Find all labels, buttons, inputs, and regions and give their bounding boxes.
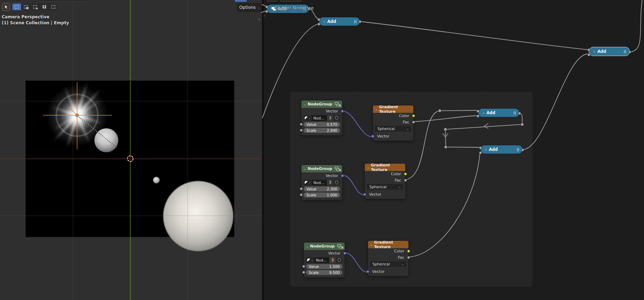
input-socket[interactable] xyxy=(265,5,268,8)
node-gradient-texture-1[interactable]: ⌄ Gradient Texture Color Fac Spherical ⌄… xyxy=(373,105,414,141)
collapse-chevron-icon[interactable]: ⌄ xyxy=(304,167,306,171)
cursor-3d xyxy=(127,156,133,161)
color-output-label: Color xyxy=(394,249,404,254)
node-add-mid-a[interactable]: › Add xyxy=(478,108,520,117)
viewport-3d[interactable]: Camera Perspective (1) Scene Collection … xyxy=(0,0,262,300)
collapse-chevron-icon[interactable]: ⌄ xyxy=(367,166,370,169)
fake-user-button[interactable] xyxy=(333,180,340,185)
input-socket[interactable] xyxy=(479,146,482,149)
value-input-socket[interactable] xyxy=(302,265,305,268)
select-mode-subtract-button[interactable] xyxy=(31,4,40,10)
options-button[interactable]: Options ⌄ xyxy=(237,3,262,12)
fake-user-button[interactable] xyxy=(333,115,340,121)
input-socket[interactable] xyxy=(476,115,480,118)
vector-output-socket[interactable] xyxy=(343,252,346,255)
collapse-chevron-icon[interactable]: ⌄ xyxy=(306,245,309,248)
scale-slider[interactable]: Scale 1.000 xyxy=(304,192,340,197)
gradient-type-value: Spherical xyxy=(373,262,390,266)
gradient-type-dropdown[interactable]: Spherical ⌄ xyxy=(367,184,403,190)
node-group-3[interactable]: ⌄ NodeGroup 3 Vector ⌄ Nod... 3 Value 1.… xyxy=(304,242,345,278)
scale-input-socket[interactable] xyxy=(300,193,303,196)
select-mode-intersect-button[interactable] xyxy=(49,4,58,10)
value-label: Value xyxy=(306,122,317,127)
expand-chevron-icon[interactable]: › xyxy=(485,148,487,152)
node-group-2[interactable]: ⌄ NodeGroup 3 Vector ⌄ Nod... 3 Value 2.… xyxy=(301,165,343,200)
scale-input-socket[interactable] xyxy=(300,129,303,132)
datablock-name-field[interactable]: Nod... xyxy=(314,257,329,263)
datablock-name-field[interactable]: Nod... xyxy=(312,115,327,121)
browse-datablock-button[interactable]: ⌄ xyxy=(304,115,311,121)
user-count-button[interactable]: 3 xyxy=(330,257,336,263)
vector-output-socket[interactable] xyxy=(341,174,344,177)
color-output-socket[interactable] xyxy=(412,114,415,117)
subtract-select-icon xyxy=(33,5,37,8)
collapse-chevron-icon[interactable]: ⌄ xyxy=(375,108,378,111)
expand-chevron-icon[interactable]: › xyxy=(483,111,484,115)
gradient-type-dropdown[interactable]: Spherical ⌄ xyxy=(370,261,406,267)
collapse-chevron-icon[interactable]: ⌄ xyxy=(370,243,373,246)
datablock-name-field[interactable]: Nod... xyxy=(312,180,327,185)
value-input-socket[interactable] xyxy=(300,123,303,126)
chevron-down-icon: ⌄ xyxy=(257,6,260,9)
value-slider[interactable]: Value 1.500 xyxy=(306,264,343,269)
constraint-dashed-line xyxy=(78,116,117,147)
collapse-chevron-icon[interactable]: ⌄ xyxy=(304,103,306,106)
vector-output-socket[interactable] xyxy=(341,110,344,113)
node-title: NodeGroup xyxy=(310,244,335,249)
input-socket[interactable] xyxy=(476,110,480,113)
datablock-icon xyxy=(307,258,311,262)
browse-datablock-button[interactable]: ⌄ xyxy=(306,257,314,263)
node-header[interactable]: ⌄ Gradient Texture xyxy=(365,164,405,171)
node-header[interactable]: ⌄ NodeGroup 3 xyxy=(301,165,342,172)
node-header[interactable]: ⌄ NodeGroup 3 xyxy=(301,100,342,108)
node-title: NodeGroup xyxy=(308,166,332,171)
select-mode-extend-button[interactable] xyxy=(21,4,31,10)
value-input-socket[interactable] xyxy=(300,187,303,190)
user-count-button[interactable]: 3 xyxy=(327,180,333,185)
sidebar-toggle-arrow[interactable]: ‹ xyxy=(258,17,260,22)
expand-chevron-icon[interactable]: › xyxy=(324,20,325,24)
select-mode-invert-button[interactable] xyxy=(40,4,49,10)
color-output-socket[interactable] xyxy=(404,172,407,176)
vector-input-socket[interactable] xyxy=(371,135,374,138)
select-mode-box-button[interactable] xyxy=(12,4,21,10)
node-header[interactable]: ⌄ NodeGroup 3 xyxy=(304,243,345,250)
vector-input-socket[interactable] xyxy=(366,270,369,273)
color-output-socket[interactable] xyxy=(407,250,410,253)
vector-input-socket[interactable] xyxy=(363,193,366,196)
scale-slider[interactable]: Scale 9.500 xyxy=(306,270,343,275)
output-socket[interactable] xyxy=(628,50,631,54)
gradient-type-dropdown[interactable]: Spherical ⌄ xyxy=(375,126,411,131)
output-socket[interactable] xyxy=(521,148,524,152)
output-socket[interactable] xyxy=(358,20,362,23)
input-socket[interactable] xyxy=(317,18,320,21)
node-add-right-selected[interactable]: › Add xyxy=(589,47,630,56)
user-count-button[interactable]: 3 xyxy=(327,115,333,121)
datablock-icon xyxy=(304,116,308,120)
input-socket[interactable] xyxy=(479,151,482,154)
input-socket[interactable] xyxy=(317,23,320,26)
node-header[interactable]: ⌄ Gradient Texture xyxy=(368,241,408,248)
expand-chevron-icon[interactable]: › xyxy=(594,50,595,54)
value-slider[interactable]: Value 2.300 xyxy=(304,186,340,191)
fac-output-socket[interactable] xyxy=(404,179,407,182)
browse-datablock-button[interactable]: ⌄ xyxy=(304,180,311,185)
fake-user-button[interactable] xyxy=(336,257,343,263)
scale-slider[interactable]: Scale 2.940 xyxy=(304,128,340,133)
node-gradient-texture-3[interactable]: ⌄ Gradient Texture Color Fac Spherical ⌄… xyxy=(368,240,409,276)
node-group-1[interactable]: ⌄ NodeGroup 3 Vector ⌄ Nod... 3 Value 0.… xyxy=(301,100,343,136)
node-header[interactable]: ⌄ Gradient Texture xyxy=(373,105,413,113)
active-tool-select-button[interactable] xyxy=(2,3,10,11)
scale-input-socket[interactable] xyxy=(302,271,305,274)
fac-output-socket[interactable] xyxy=(412,121,415,124)
node-gradient-texture-2[interactable]: ⌄ Gradient Texture Color Fac Spherical ⌄… xyxy=(364,163,406,199)
input-socket[interactable] xyxy=(587,48,590,51)
input-socket[interactable] xyxy=(265,10,268,13)
value-slider[interactable]: Value 0.570 xyxy=(304,122,340,127)
expand-arrow[interactable]: › xyxy=(264,13,265,18)
output-socket[interactable] xyxy=(518,112,521,115)
fac-output-socket[interactable] xyxy=(407,256,410,259)
node-add-mid-b[interactable]: › Add xyxy=(480,145,523,154)
node-add-top[interactable]: › Add xyxy=(319,17,360,26)
input-socket[interactable] xyxy=(587,53,590,56)
